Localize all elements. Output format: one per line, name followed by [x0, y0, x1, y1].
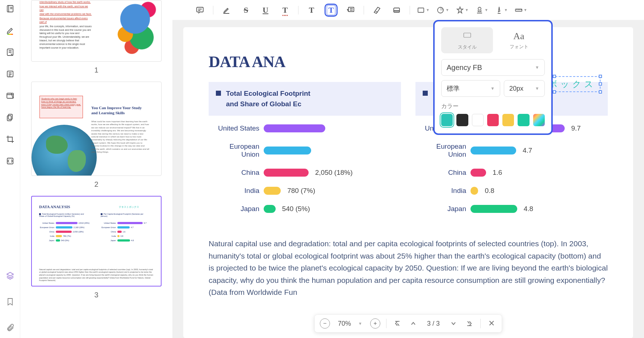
- thumb1-redtext: how we interact with the earth, and how …: [39, 5, 92, 12]
- thumb3-chart-right: United States9.7European Union4.7China1.…: [101, 222, 157, 244]
- color-swatches: [441, 114, 545, 126]
- left-chart: Total Ecological Footprintand Share of G…: [209, 82, 401, 227]
- font-family-value: Agency FB: [447, 63, 482, 72]
- close-button[interactable]: ✕: [486, 318, 497, 329]
- font-family-select[interactable]: Agency FB ▼: [441, 59, 545, 76]
- note-icon[interactable]: [4, 46, 16, 58]
- font-tab[interactable]: Aa フォント: [493, 27, 545, 53]
- svg-rect-7: [197, 7, 203, 12]
- color-swatch[interactable]: [456, 114, 468, 126]
- svg-rect-8: [348, 7, 354, 12]
- style-tab-label: スタイル: [458, 44, 477, 50]
- chart-row: India0.8: [419, 187, 604, 195]
- thumb3-chart-left: United States2,810 (25%)European Union2,…: [39, 222, 95, 244]
- chart-row: European Union4.7: [419, 143, 604, 158]
- font-tab-label: フォント: [510, 44, 528, 49]
- color-swatch[interactable]: [502, 114, 514, 126]
- thumbnail-1[interactable]: interdisciplinary study of how the earth…: [31, 0, 162, 74]
- earth-image: [32, 125, 97, 176]
- strikethrough-tool[interactable]: S: [239, 4, 252, 17]
- zoom-in-button[interactable]: +: [370, 318, 380, 329]
- color-label: カラー: [441, 103, 545, 110]
- thumb2-callout: Students who can begin early in their li…: [39, 96, 83, 118]
- area-highlight-tool[interactable]: [390, 4, 403, 17]
- first-page-button[interactable]: [392, 318, 402, 329]
- thumb1-redtext: deal with the environmental problems we …: [39, 12, 92, 16]
- text-tool[interactable]: T: [305, 4, 318, 17]
- resize-handle[interactable]: [553, 90, 556, 94]
- font-weight-value: 標準: [447, 84, 460, 93]
- notebook-icon[interactable]: [4, 3, 16, 15]
- duplicate-icon[interactable]: [4, 112, 16, 123]
- shape-tool[interactable]: ▼: [436, 6, 449, 15]
- zoom-out-button[interactable]: −: [320, 318, 330, 329]
- parrot-image: [96, 0, 161, 62]
- comment-tool[interactable]: [193, 4, 206, 17]
- chevron-down-icon: ▼: [535, 86, 539, 91]
- thumbnail-2[interactable]: Students who can begin early in their li…: [31, 82, 162, 189]
- thumb3-title: DATA ANALYSIS: [39, 205, 70, 209]
- chart-row: United States: [212, 124, 397, 132]
- thumb-number: 1: [31, 66, 162, 74]
- highlighter-icon[interactable]: [4, 25, 16, 36]
- svg-rect-14: [464, 33, 471, 37]
- highlight-tool[interactable]: [220, 4, 233, 17]
- svg-rect-9: [394, 8, 400, 12]
- signature-tool[interactable]: ▼: [495, 6, 508, 15]
- thumbnail-3[interactable]: DATA ANALYSIS テキストボックス Total Ecological …: [31, 196, 162, 299]
- main-canvas: S U T T T ▼ ▼ ▼ ▼ ▼ ▼ スタイル: [172, 0, 644, 338]
- callout-tool[interactable]: [344, 4, 357, 17]
- attachment-icon[interactable]: [4, 322, 16, 334]
- color-swatch[interactable]: [487, 114, 499, 126]
- color-swatch[interactable]: [441, 114, 453, 126]
- ruler-tool[interactable]: ▼: [514, 6, 527, 15]
- crop-icon[interactable]: [4, 133, 16, 145]
- font-size-select[interactable]: 20px ▼: [504, 80, 545, 97]
- stamp-tool[interactable]: ▼: [475, 6, 488, 15]
- chevron-down-icon: ▼: [535, 65, 539, 70]
- svg-rect-4: [8, 114, 12, 119]
- form-icon[interactable]: [4, 90, 16, 102]
- left-sidebar: [0, 0, 20, 338]
- color-swatch[interactable]: [472, 114, 484, 126]
- page-content: DATA ANA キストボックス Total Ecological Footpr…: [183, 27, 633, 338]
- legend-square-icon: [423, 91, 428, 96]
- prev-page-button[interactable]: [408, 318, 418, 329]
- legend-square-icon: [216, 91, 221, 96]
- squiggly-tool[interactable]: T: [279, 4, 292, 17]
- last-page-button[interactable]: [464, 318, 474, 329]
- resize-handle[interactable]: [599, 75, 602, 78]
- chart-row: European Union: [212, 143, 397, 158]
- color-swatch[interactable]: [518, 114, 529, 126]
- resize-handle[interactable]: [599, 82, 602, 86]
- swap-icon[interactable]: [4, 155, 16, 167]
- resize-handle[interactable]: [553, 75, 556, 78]
- bookmark-icon[interactable]: [4, 296, 16, 308]
- svg-rect-5: [7, 116, 11, 121]
- chevron-down-icon: ▼: [490, 86, 495, 91]
- chart-row: China2,050 (18%): [212, 169, 397, 177]
- star-tool[interactable]: ▼: [456, 6, 469, 15]
- resize-handle[interactable]: [599, 90, 602, 94]
- thumb2-title: You Can Improve Your Study and Learning …: [91, 105, 146, 116]
- underline-tool[interactable]: U: [259, 4, 272, 17]
- list-icon[interactable]: [4, 68, 16, 80]
- svg-rect-10: [418, 8, 424, 12]
- rectangle-tool[interactable]: ▼: [417, 6, 430, 15]
- chevron-down-icon: ▼: [358, 321, 362, 326]
- font-weight-select[interactable]: 標準 ▼: [441, 80, 500, 97]
- color-swatch[interactable]: [533, 114, 545, 126]
- thumb3-para: Natural capital use and degradation: tot…: [39, 268, 154, 282]
- font-size-value: 20px: [509, 85, 523, 92]
- thumb1-redtext: interdisciplinary study of how the earth…: [39, 0, 92, 4]
- eraser-tool[interactable]: [371, 4, 384, 17]
- thumb3-textbox: テキストボックス: [119, 205, 139, 209]
- zoom-value: 70%: [338, 320, 351, 327]
- zoom-select[interactable]: 70%▼: [336, 320, 364, 327]
- style-tab[interactable]: スタイル: [441, 27, 493, 53]
- thumb3-legend-right: Per Capita Ecological Footprint (hectare…: [101, 213, 144, 217]
- thumb2-body: What could be more important than learni…: [91, 120, 149, 153]
- next-page-button[interactable]: [448, 318, 459, 329]
- textbox-tool[interactable]: T: [325, 4, 338, 17]
- layers-icon[interactable]: [4, 270, 16, 281]
